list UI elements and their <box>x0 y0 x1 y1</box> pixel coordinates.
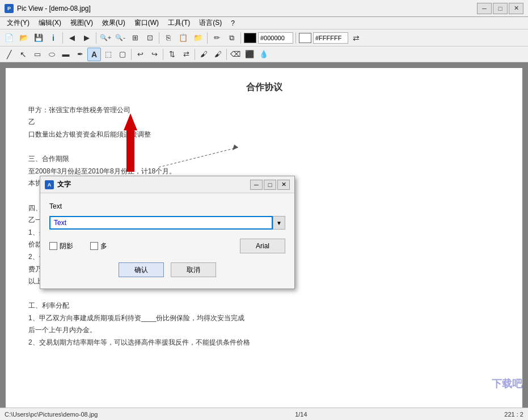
color1-input[interactable] <box>258 32 293 44</box>
separator-4 <box>207 32 208 44</box>
dialog-title-text: 文字 <box>57 180 250 189</box>
shadow-checkbox[interactable] <box>49 242 57 250</box>
dialog-footer: 确认 取消 <box>49 262 285 279</box>
arrow-tool[interactable]: ↖ <box>16 48 30 61</box>
separator-6 <box>295 32 296 44</box>
page-info: 1/14 <box>295 411 307 418</box>
info-button[interactable]: i <box>47 31 60 45</box>
dimensions: 221 : 2 <box>504 411 523 418</box>
menu-window[interactable]: 窗口(W) <box>130 17 163 29</box>
font-button[interactable]: Arial <box>240 239 285 253</box>
title-text: Pic View - [demo-08.jpg] <box>17 5 477 12</box>
dialog-input-row: ▼ <box>49 216 285 230</box>
text-tool[interactable]: A <box>87 48 101 61</box>
redo-button[interactable]: ↪ <box>147 48 161 61</box>
file-path: C:\Users\pc\Pictures\demo-08.jpg <box>5 411 98 418</box>
doc-line-20: 2、交易划期方结率期年等，可以选择高件率援我反件，不能提供条件价格 <box>28 337 500 349</box>
multi-checkbox-label[interactable]: 多 <box>90 241 107 251</box>
undo-button[interactable]: ↩ <box>133 48 147 61</box>
paste-button[interactable]: 📋 <box>176 31 190 45</box>
doc-line-17: 工、利率分配 <box>28 300 500 312</box>
confirm-button[interactable]: 确认 <box>119 262 164 277</box>
title-bar: P Pic View - [demo-08.jpg] ─ □ ✕ <box>0 0 528 17</box>
copy2-button[interactable]: ⧉ <box>225 31 238 45</box>
dialog-title-bar: A 文字 ─ □ ✕ <box>40 176 294 193</box>
zoomout-button[interactable]: 🔍- <box>113 31 127 45</box>
ellipse-tool[interactable]: ⬭ <box>45 48 58 61</box>
close-button[interactable]: ✕ <box>509 3 523 14</box>
select-tool[interactable]: ⬚ <box>102 48 115 61</box>
minimize-button[interactable]: ─ <box>477 3 492 14</box>
window-controls: ─ □ ✕ <box>477 3 523 14</box>
doc-line-2: 乙 <box>28 116 500 129</box>
menu-language[interactable]: 语言(S) <box>195 17 226 29</box>
new-button[interactable]: 📄 <box>2 31 16 45</box>
dialog-close-btn[interactable]: ✕ <box>277 180 290 190</box>
menu-file[interactable]: 文件(Y) <box>2 17 34 29</box>
copy-button[interactable]: ⎘ <box>162 31 175 45</box>
doc-line-1: 甲方：张强宝市华胜税务管理公司 <box>28 104 500 117</box>
roundrect-tool[interactable]: ▢ <box>116 48 129 61</box>
zoomin-button[interactable]: 🔍+ <box>99 31 112 45</box>
line-tool[interactable]: ╱ <box>2 48 16 61</box>
color2-swatch[interactable] <box>299 33 311 43</box>
next-button[interactable]: ▶ <box>80 31 94 45</box>
fliph-button[interactable]: ⇄ <box>179 48 193 61</box>
separator-9 <box>195 49 195 60</box>
color2-input[interactable] <box>313 32 348 44</box>
brush-button[interactable]: 🖌 <box>197 48 210 61</box>
brush2-button[interactable]: 🖌 <box>211 48 225 61</box>
eraser-button[interactable]: ⌫ <box>229 48 242 61</box>
menu-edit[interactable]: 编辑(X) <box>34 17 66 29</box>
swap-colors-button[interactable]: ⇄ <box>349 31 363 45</box>
fill-button[interactable]: ⬛ <box>243 48 256 61</box>
menu-tools[interactable]: 工具(T) <box>163 17 195 29</box>
color1-swatch[interactable] <box>244 33 256 43</box>
folder-button[interactable]: 📁 <box>191 31 205 45</box>
text-dialog: A 文字 ─ □ ✕ Text ▼ <box>40 176 295 289</box>
menu-bar: 文件(Y) 编辑(X) 视图(V) 效果(U) 窗口(W) 工具(T) 语言(S… <box>0 17 528 29</box>
separator-1 <box>62 32 63 44</box>
open-button[interactable]: 📂 <box>17 31 31 45</box>
doc-line-18: 1、甲乙双方向事建成所期项后利待资____份比例保险，均得次安当完成 <box>28 312 500 325</box>
flipv-button[interactable]: ⇅ <box>165 48 179 61</box>
status-bar: C:\Users\pc\Pictures\demo-08.jpg 1/14 22… <box>0 408 528 420</box>
edit-button[interactable]: ✏ <box>210 31 223 45</box>
rect-tool[interactable]: ▭ <box>31 48 44 61</box>
eyedrop-button[interactable]: 💧 <box>257 48 271 61</box>
save-button[interactable]: 💾 <box>32 31 45 45</box>
dialog-title-controls: ─ □ ✕ <box>250 180 290 190</box>
fit-button[interactable]: ⊞ <box>128 31 142 45</box>
dialog-label: Text <box>49 202 285 210</box>
fillrect-tool[interactable]: ▬ <box>59 48 73 61</box>
doc-line-19: 后一个上午月内办金。 <box>28 324 500 337</box>
menu-view[interactable]: 视图(V) <box>66 17 98 29</box>
dialog-icon: A <box>45 180 54 189</box>
text-input[interactable] <box>49 216 273 230</box>
app-icon: P <box>5 4 14 13</box>
app-window: P Pic View - [demo-08.jpg] ─ □ ✕ 文件(Y) 编… <box>0 0 528 420</box>
menu-help[interactable]: ? <box>226 17 239 29</box>
maximize-button[interactable]: □ <box>493 3 508 14</box>
separator-3 <box>159 32 159 44</box>
separator-10 <box>226 49 227 60</box>
doc-line-3: 口数量出处方银资资金和后能须连接调整 <box>28 129 500 141</box>
doc-title: 合作协议 <box>28 79 500 96</box>
shadow-checkbox-label[interactable]: 阴影 <box>49 241 73 251</box>
pen-tool[interactable]: ✒ <box>73 48 87 61</box>
separator-8 <box>163 49 163 60</box>
doc-line-5: 三、合作期限 <box>28 153 500 166</box>
prev-button[interactable]: ◀ <box>65 31 79 45</box>
dropdown-button[interactable]: ▼ <box>273 216 285 230</box>
menu-effects[interactable]: 效果(U) <box>98 17 130 29</box>
main-toolbar: 📄 📂 💾 i ◀ ▶ 🔍+ 🔍- ⊞ ⊡ ⎘ 📋 📁 ✏ ⧉ ⇄ <box>0 29 528 46</box>
dialog-maximize-btn[interactable]: □ <box>264 180 276 190</box>
dialog-options-row: 阴影 多 Arial <box>49 239 285 253</box>
dialog-minimize-btn[interactable]: ─ <box>250 180 263 190</box>
multi-checkbox[interactable] <box>90 242 98 250</box>
cancel-button[interactable]: 取消 <box>171 262 216 277</box>
dialog-body: Text ▼ 阴影 多 Arial <box>40 193 294 289</box>
separator-2 <box>96 32 96 44</box>
actual-button[interactable]: ⊡ <box>143 31 157 45</box>
content-area: 合作协议 甲方：张强宝市华胜税务管理公司 乙 口数量出处方银资资金和后能须连接调… <box>0 62 528 408</box>
